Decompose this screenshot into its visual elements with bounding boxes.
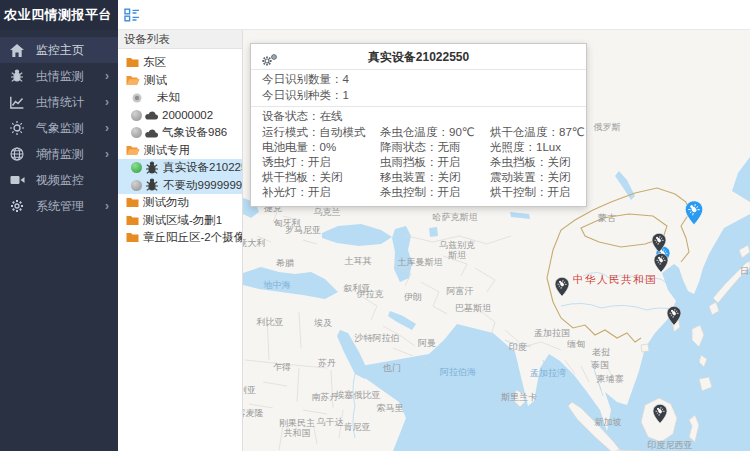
metric-cell: 烘干控制：开启 bbox=[490, 185, 586, 200]
metric-label: 杀虫挡板 bbox=[490, 156, 536, 168]
sidebar-item-chart[interactable]: 虫情统计 › bbox=[0, 89, 118, 115]
bug-icon bbox=[10, 69, 26, 83]
device-settings-button[interactable] bbox=[261, 50, 278, 76]
metric-cell: 移虫装置：关闭 bbox=[380, 170, 490, 185]
metric-cell: 运行模式：自动模式 bbox=[262, 125, 380, 140]
device-map-pin-dark[interactable] bbox=[555, 277, 569, 300]
metric-label: 烘干仓温度 bbox=[490, 126, 548, 138]
tree-item-device[interactable]: 不要动99999999 bbox=[118, 177, 242, 195]
tree-folder-label: 测试专用 bbox=[144, 143, 190, 158]
sidebar-item-label: 气象监测 bbox=[36, 120, 84, 137]
metric-value: 关闭 bbox=[548, 156, 571, 168]
sidebar-item-label: 虫情监测 bbox=[36, 68, 84, 85]
metric-label: 烘干挡板 bbox=[262, 171, 308, 183]
device-status-dot-gray bbox=[131, 127, 142, 138]
tree-item-device[interactable]: 真实设备21022550 bbox=[118, 159, 242, 177]
gear-icon bbox=[10, 199, 26, 213]
app-title: 农业四情测报平台 bbox=[0, 0, 118, 30]
popup-stats: 今日识别数量：4今日识别种类：1 bbox=[251, 70, 586, 107]
metric-cell: 烘干仓温度：87℃ bbox=[490, 125, 586, 140]
metric-label: 虫雨挡板 bbox=[380, 156, 426, 168]
sidebar-item-home[interactable]: 监控主页 bbox=[0, 37, 118, 63]
weather-device-icon bbox=[145, 128, 158, 138]
metric-cell: 光照度：1Lux bbox=[490, 140, 586, 155]
chart-icon bbox=[10, 95, 26, 109]
metric-value: 1Lux bbox=[536, 141, 561, 153]
sidebar-item-label: 墒情监测 bbox=[36, 146, 84, 163]
chevron-right-icon: › bbox=[105, 95, 109, 109]
metric-cell: 杀虫控制：开启 bbox=[380, 185, 490, 200]
chevron-right-icon: › bbox=[105, 69, 109, 83]
metric-value: 自动模式 bbox=[320, 126, 366, 138]
tree-folder[interactable]: 测试区域-勿删1 bbox=[118, 212, 242, 230]
device-map-pin-dark[interactable] bbox=[654, 253, 668, 276]
popup-body: 设备状态：在线 运行模式：自动模式杀虫仓温度：90℃烘干仓温度：87℃电池电量：… bbox=[251, 107, 586, 206]
sidebar: 农业四情测报平台 监控主页 虫情监测 › 虫情统计 › 气象监测 › 墒情监测 … bbox=[0, 0, 118, 451]
metric-cell: 电池电量：0% bbox=[262, 140, 380, 155]
tree-item-device[interactable]: 20000002 bbox=[118, 107, 242, 125]
insect-device-icon bbox=[145, 161, 159, 175]
tree-view-toggle-button[interactable] bbox=[121, 4, 143, 26]
metric-label: 移虫装置 bbox=[380, 171, 426, 183]
globe-icon bbox=[10, 147, 26, 161]
tree-item-label: 20000002 bbox=[162, 109, 213, 121]
device-tree: 东区 测试 未知 20000002 气象设备986 测试专用 真实设备21022… bbox=[118, 49, 242, 247]
sidebar-item-label: 监控主页 bbox=[36, 42, 84, 59]
metric-value: 无雨 bbox=[438, 141, 461, 153]
folder-icon bbox=[126, 215, 139, 226]
popup-title: 真实设备21022550 bbox=[368, 50, 469, 64]
sidebar-item-globe[interactable]: 墒情监测 › bbox=[0, 141, 118, 167]
home-icon bbox=[10, 43, 26, 57]
metric-label: 补光灯 bbox=[262, 186, 297, 198]
tree-folder[interactable]: 测试 bbox=[118, 72, 242, 90]
stat-label: 设备状态 bbox=[262, 110, 308, 122]
metric-value: 0% bbox=[320, 141, 337, 153]
folder-icon bbox=[126, 197, 139, 208]
device-map-pin-dark[interactable] bbox=[653, 404, 667, 427]
stat-value: 在线 bbox=[320, 110, 343, 122]
chevron-right-icon: › bbox=[105, 147, 109, 161]
tree-item-unknown[interactable]: 未知 bbox=[118, 89, 242, 107]
metric-value: 关闭 bbox=[438, 171, 461, 183]
metric-label: 光照度 bbox=[490, 141, 525, 153]
metric-label: 烘干控制 bbox=[490, 186, 536, 198]
metric-label: 杀虫仓温度 bbox=[380, 126, 438, 138]
metric-cell: 补光灯：开启 bbox=[262, 185, 380, 200]
metric-label: 诱虫灯 bbox=[262, 156, 297, 168]
topbar bbox=[118, 0, 750, 30]
stat-row: 今日识别种类：1 bbox=[251, 88, 586, 104]
insect-device-icon bbox=[145, 178, 159, 192]
sidebar-item-gear[interactable]: 系统管理 › bbox=[0, 193, 118, 219]
sidebar-item-video[interactable]: 视频监控 bbox=[0, 167, 118, 193]
metric-value: 开启 bbox=[438, 186, 461, 198]
sidebar-item-label: 系统管理 bbox=[36, 198, 84, 215]
tree-folder-label: 东区 bbox=[143, 55, 166, 70]
unknown-device-icon bbox=[131, 92, 143, 104]
tree-folder[interactable]: 测试专用 bbox=[118, 142, 242, 160]
metric-cell: 烘干挡板：关闭 bbox=[262, 170, 380, 185]
device-info-popup: 真实设备21022550 今日识别数量：4今日识别种类：1 设备状态：在线 运行… bbox=[250, 43, 587, 207]
device-map-pin-dark[interactable] bbox=[667, 306, 681, 329]
metric-value: 关闭 bbox=[320, 171, 343, 183]
metric-cell: 震动装置：关闭 bbox=[490, 170, 586, 185]
device-panel: 设备列表 东区 测试 未知 20000002 气象设备986 测试专用 真实设备… bbox=[118, 30, 243, 451]
metric-label: 电池电量 bbox=[262, 141, 308, 153]
metric-value: 90℃ bbox=[449, 126, 475, 138]
metric-value: 开启 bbox=[548, 186, 571, 198]
metric-cell: 降雨状态：无雨 bbox=[380, 140, 490, 155]
device-map-pin-blue[interactable] bbox=[685, 201, 703, 229]
device-metrics-grid: 运行模式：自动模式杀虫仓温度：90℃烘干仓温度：87℃电池电量：0%降雨状态：无… bbox=[251, 125, 586, 201]
sidebar-item-label: 虫情统计 bbox=[36, 94, 84, 111]
tree-folder[interactable]: 测试勿动 bbox=[118, 194, 242, 212]
sidebar-item-bug[interactable]: 虫情监测 › bbox=[0, 63, 118, 89]
tree-folder[interactable]: 章丘阳丘区-2个摄像头 bbox=[118, 229, 242, 247]
sidebar-item-sun[interactable]: 气象监测 › bbox=[0, 115, 118, 141]
metric-label: 降雨状态 bbox=[380, 141, 426, 153]
status-text: 设备状态：在线 bbox=[262, 110, 343, 122]
tree-folder[interactable]: 东区 bbox=[118, 54, 242, 72]
tree-item-device[interactable]: 气象设备986 bbox=[118, 124, 242, 142]
chevron-right-icon: › bbox=[105, 121, 109, 135]
metric-value: 开启 bbox=[308, 156, 331, 168]
stat-row: 今日识别数量：4 bbox=[251, 72, 586, 88]
metric-value: 开启 bbox=[308, 186, 331, 198]
